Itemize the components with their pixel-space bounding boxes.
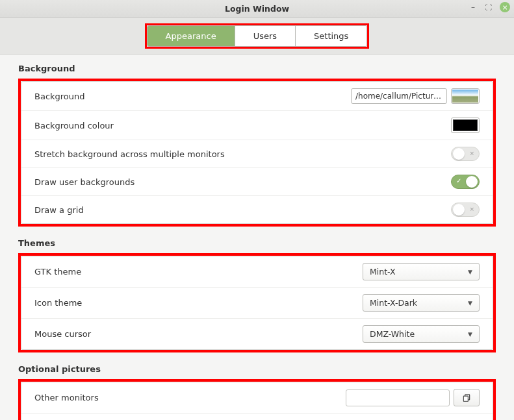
row-stretch: Stretch background across multiple monit… xyxy=(21,140,493,168)
row-background: Background /home/callum/Pictures/ca xyxy=(21,82,493,111)
close-button[interactable]: × xyxy=(500,2,510,12)
window-title: Login Window xyxy=(225,4,289,14)
row-gtk-theme: GTK theme Mint-X ▼ xyxy=(21,256,493,288)
label-gtk-theme: GTK theme xyxy=(34,267,81,277)
chevron-down-icon: ▼ xyxy=(468,331,472,338)
row-draw-user: Draw user backgrounds ✓ xyxy=(21,168,493,196)
background-path-input[interactable]: /home/callum/Pictures/ca xyxy=(351,88,447,104)
icon-theme-dropdown[interactable]: Mint-X-Dark ▼ xyxy=(363,294,480,312)
label-draw-grid: Draw a grid xyxy=(34,205,84,215)
label-background-colour: Background colour xyxy=(34,121,114,130)
tab-bar: Appearance Users Settings xyxy=(0,18,514,55)
label-background: Background xyxy=(34,92,85,101)
panel-background: Background /home/callum/Pictures/ca Back… xyxy=(21,81,493,224)
icon-theme-value: Mint-X-Dark xyxy=(370,298,417,308)
label-draw-user: Draw user backgrounds xyxy=(34,177,135,187)
tab-users[interactable]: Users xyxy=(235,26,296,46)
maximize-button[interactable]: ⛶ xyxy=(484,3,493,12)
other-monitors-input[interactable] xyxy=(346,389,450,406)
minimize-button[interactable]: – xyxy=(469,3,478,12)
label-icon-theme: Icon theme xyxy=(34,298,82,308)
mouse-cursor-dropdown[interactable]: DMZ-White ▼ xyxy=(363,325,480,343)
chevron-down-icon: ▼ xyxy=(468,300,472,306)
tab-appearance[interactable]: Appearance xyxy=(148,26,235,46)
svg-rect-1 xyxy=(463,396,468,401)
other-monitors-browse-button[interactable] xyxy=(454,389,480,406)
section-title-optional: Optional pictures xyxy=(18,364,496,374)
label-mouse-cursor: Mouse cursor xyxy=(34,329,91,339)
gtk-theme-value: Mint-X xyxy=(370,267,396,277)
label-other-monitors: Other monitors xyxy=(34,393,99,402)
row-other-monitors: Other monitors xyxy=(21,382,493,414)
background-colour-button[interactable] xyxy=(451,117,480,133)
tab-settings[interactable]: Settings xyxy=(296,26,366,46)
row-icon-theme: Icon theme Mint-X-Dark ▼ xyxy=(21,288,493,319)
gtk-theme-dropdown[interactable]: Mint-X ▼ xyxy=(363,263,480,280)
content-area: Background Background /home/callum/Pictu… xyxy=(0,55,514,420)
panel-optional: Other monitors Bottom left xyxy=(21,382,493,420)
window-controls: – ⛶ × xyxy=(469,2,510,12)
row-mouse-cursor: Mouse cursor DMZ-White ▼ xyxy=(21,319,493,349)
draw-user-toggle[interactable]: ✓ xyxy=(451,175,480,189)
draw-grid-toggle[interactable]: × xyxy=(451,203,480,217)
chevron-down-icon: ▼ xyxy=(468,269,472,275)
background-thumbnail-button[interactable] xyxy=(451,88,480,104)
row-background-colour: Background colour xyxy=(21,111,493,140)
titlebar: Login Window – ⛶ × xyxy=(0,0,514,18)
mouse-cursor-value: DMZ-White xyxy=(370,329,415,339)
browse-icon xyxy=(462,393,471,402)
section-title-themes: Themes xyxy=(18,238,496,248)
row-draw-grid: Draw a grid × xyxy=(21,196,493,223)
stretch-toggle[interactable]: × xyxy=(451,147,480,161)
panel-themes: GTK theme Mint-X ▼ Icon theme Mint-X-Dar… xyxy=(21,256,493,350)
label-stretch: Stretch background across multiple monit… xyxy=(34,149,225,159)
row-bottom-left: Bottom left xyxy=(21,414,493,420)
section-title-background: Background xyxy=(18,64,496,73)
